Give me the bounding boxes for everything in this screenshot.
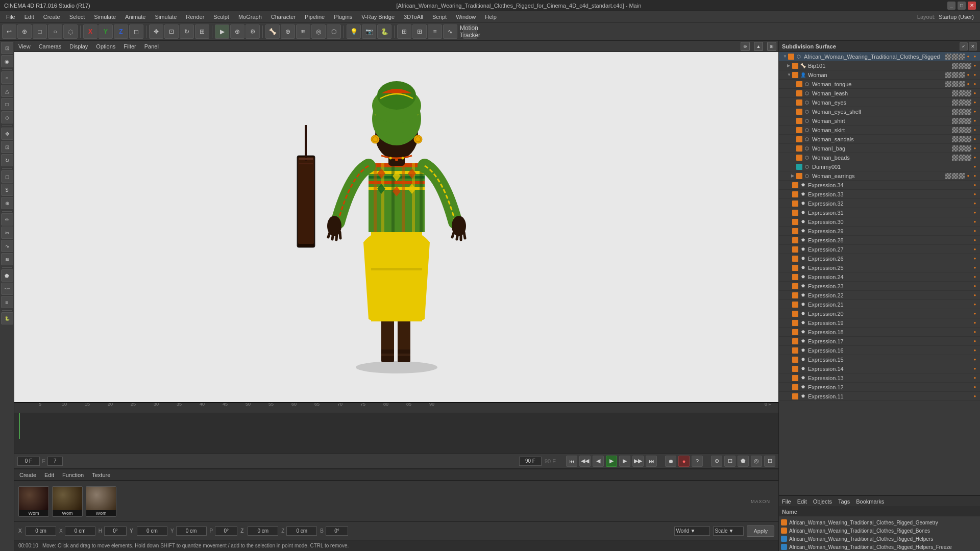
snap3-button[interactable]: ∿ <box>443 24 457 39</box>
z-axis-button[interactable]: Z <box>114 24 128 39</box>
fps-input[interactable] <box>47 457 63 466</box>
tree-item-expr17[interactable]: ⬟Expression.17● <box>779 337 980 346</box>
menu-mograph[interactable]: MoGraph <box>234 13 266 21</box>
end-frame-input[interactable] <box>519 457 542 466</box>
mat-texture-button[interactable]: Texture <box>90 471 112 479</box>
tree-item-10[interactable]: ⬡ WomanI_bag ● <box>779 144 980 153</box>
next-frame-button[interactable]: ▶ <box>619 456 630 467</box>
tree-item-11[interactable]: ⬡ Woman_beads ● <box>779 153 980 162</box>
y-size-input[interactable] <box>176 527 207 536</box>
left-tool-3[interactable]: ⬟ <box>1 269 13 282</box>
playback-settings-button[interactable]: ? <box>692 456 703 467</box>
tree-item-expr13[interactable]: ⬟Expression.13● <box>779 373 980 383</box>
tree-item-expr23[interactable]: ⬟Expression.23● <box>779 282 980 291</box>
material-thumb-3[interactable]: Wom <box>86 486 116 517</box>
surface-button[interactable]: ◎ <box>311 24 326 39</box>
snap-button[interactable]: ⊞ <box>397 24 411 39</box>
tree-item-expr34[interactable]: ⬟Expression.34● <box>779 181 980 190</box>
viewport-menu-display[interactable]: Display <box>67 43 90 50</box>
viewport-menu-view[interactable]: View <box>16 43 33 50</box>
tree-item-root[interactable]: ▼ ⬡ African_Woman_Wearing_Traditional_Cl… <box>779 52 980 61</box>
x-axis-button[interactable]: X <box>83 24 97 39</box>
tree-item-expr12[interactable]: ⬟Expression.12● <box>779 383 980 392</box>
rotate-button[interactable]: ↻ <box>180 24 194 39</box>
bpanel-tab-objects[interactable]: Objects <box>813 498 832 505</box>
rect-select-button[interactable]: □ <box>33 24 47 39</box>
maximize-button[interactable]: □ <box>958 2 966 10</box>
menu-edit[interactable]: Edit <box>20 13 38 21</box>
live-select-button[interactable]: ⊕ <box>17 24 32 39</box>
left-tool-object[interactable]: ⊡ <box>1 42 13 54</box>
tree-item-expr29[interactable]: ⬟Expression.29● <box>779 227 980 236</box>
menu-3dtoall[interactable]: 3DToAll <box>400 13 427 21</box>
render-settings-button[interactable]: ⚙ <box>246 24 260 39</box>
mat-edit-button[interactable]: Edit <box>42 471 56 479</box>
tree-item-woman[interactable]: ▼ 👤 Woman ● ● <box>779 70 980 80</box>
tree-item-expr14[interactable]: ⬟Expression.14● <box>779 364 980 373</box>
h-rotation-input[interactable] <box>104 527 127 536</box>
apply-button[interactable]: Apply <box>747 525 774 537</box>
menu-help[interactable]: Help <box>481 13 501 21</box>
tree-item-expr16[interactable]: ⬟Expression.16● <box>779 346 980 355</box>
tree-item-expr25[interactable]: ⬟Expression.25● <box>779 263 980 272</box>
play-button[interactable]: ▶ <box>606 456 617 467</box>
mat-function-button[interactable]: Function <box>60 471 86 479</box>
scale-system-dropdown[interactable]: Scale ▼ <box>713 527 744 536</box>
viewport-menu-filter[interactable]: Filter <box>121 43 138 50</box>
p-rotation-input[interactable] <box>215 527 237 536</box>
menu-create[interactable]: Create <box>39 13 64 21</box>
keyframe-auto-button[interactable]: ◎ <box>751 456 762 467</box>
tree-item-expr28[interactable]: ⬟Expression.28● <box>779 236 980 245</box>
left-tool-render[interactable]: ✏ <box>1 213 13 226</box>
viewport-menu-options[interactable]: Options <box>94 43 117 50</box>
menu-character[interactable]: Character <box>267 13 300 21</box>
tree-item-expr31[interactable]: ⬟Expression.31● <box>779 208 980 217</box>
auto-record-button[interactable]: ● <box>678 456 690 467</box>
viewport-menu-cameras[interactable]: Cameras <box>37 43 64 50</box>
snap2-button[interactable]: ≡ <box>428 24 442 39</box>
left-tool-rotate[interactable]: ↻ <box>1 154 13 166</box>
left-tool-select[interactable]: ◉ <box>1 55 13 67</box>
left-tool-scale[interactable]: ⊡ <box>1 141 13 153</box>
tree-item-9[interactable]: ⬡ Woman_sandals ● <box>779 135 980 144</box>
menu-plugins[interactable]: Plugins <box>330 13 356 21</box>
left-tool-move[interactable]: ✥ <box>1 128 13 140</box>
viewport-maximize-icon[interactable]: ▲ <box>754 42 763 51</box>
left-tool-model[interactable]: ◻ <box>1 170 13 183</box>
menu-simulate2[interactable]: Simulate <box>151 13 181 21</box>
lasso-select-button[interactable]: ◌ <box>63 24 78 39</box>
scale-button[interactable]: ⊡ <box>164 24 179 39</box>
tree-item-expr18[interactable]: ⬟Expression.18● <box>779 328 980 337</box>
menu-simulate[interactable]: Simulate <box>90 13 120 21</box>
menu-sculpt[interactable]: Sculpt <box>209 13 233 21</box>
tree-item-expr11[interactable]: ⬟Expression.11● <box>779 392 980 401</box>
env-button[interactable]: ⬡ <box>327 24 341 39</box>
bpanel-tab-edit[interactable]: Edit <box>797 498 807 505</box>
bottom-item-bones[interactable]: African_Woman_Wearing_Traditional_Clothe… <box>781 527 978 535</box>
tree-item-expr33[interactable]: ⬟Expression.33● <box>779 190 980 199</box>
world-axis-button[interactable]: ◻ <box>129 24 143 39</box>
x-size-input[interactable] <box>65 527 95 536</box>
bpanel-tab-tags[interactable]: Tags <box>838 498 850 505</box>
go-start-button[interactable]: ⏮ <box>566 456 577 467</box>
tree-item-expr20[interactable]: ⬟Expression.20● <box>779 309 980 318</box>
menu-select[interactable]: Select <box>65 13 89 21</box>
bottom-item-helpers-freeze[interactable]: African_Woman_Wearing_Traditional_Clothe… <box>781 543 978 551</box>
menu-render[interactable]: Render <box>182 13 208 21</box>
tree-item-expr30[interactable]: ⬟Expression.30● <box>779 217 980 227</box>
menu-window[interactable]: Window <box>452 13 480 21</box>
motion-tracker-button[interactable]: Motion Tracker <box>463 24 477 39</box>
circle-select-button[interactable]: ○ <box>48 24 62 39</box>
left-tool-texture[interactable]: $ <box>1 184 13 196</box>
record-button[interactable]: ⏺ <box>665 456 676 467</box>
bone-button[interactable]: 🦴 <box>265 24 280 39</box>
left-tool-python[interactable]: 🐍 <box>1 312 13 324</box>
next-keyframe-button[interactable]: ▶▶ <box>632 456 644 467</box>
tree-item-bip101[interactable]: ▶ 🦴 Bip101 ● <box>779 61 980 70</box>
go-end-button[interactable]: ⏭ <box>646 456 657 467</box>
scene-cancel-icon[interactable]: ✕ <box>969 42 977 51</box>
scene-checkmark-icon[interactable]: ✓ <box>960 42 968 51</box>
tree-item-expr15[interactable]: ⬟Expression.15● <box>779 355 980 364</box>
tree-item-expr21[interactable]: ⬟Expression.21● <box>779 300 980 309</box>
bottom-item-helpers[interactable]: African_Woman_Wearing_Traditional_Clothe… <box>781 535 978 543</box>
